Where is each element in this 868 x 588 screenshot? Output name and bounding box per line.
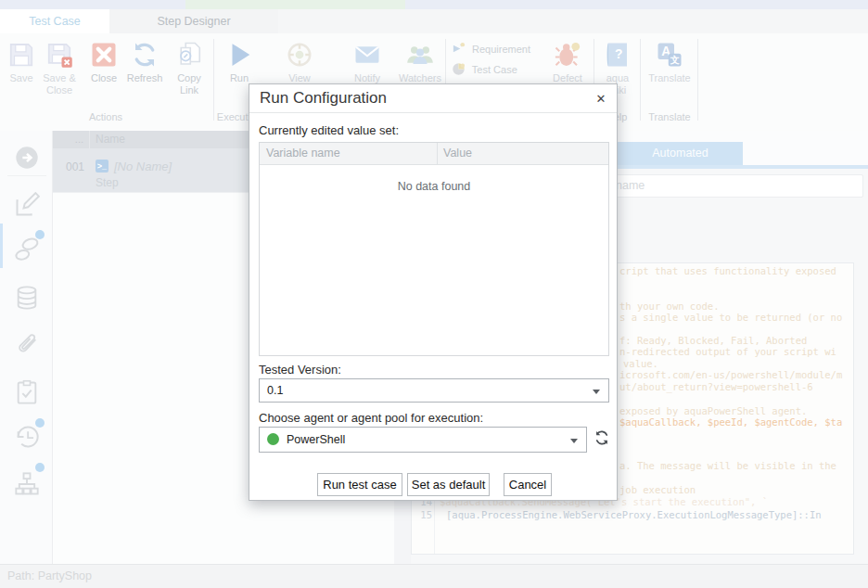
expand-sidebar-icon[interactable] xyxy=(14,145,40,171)
notify-button[interactable]: Notify xyxy=(341,41,393,84)
create-test-case-button[interactable]: Test Case xyxy=(452,62,544,78)
code-fragment: th your own code. xyxy=(619,300,719,312)
ribbon-tab-bar: Test Case Step Designer xyxy=(0,9,868,33)
checklist-icon[interactable] xyxy=(14,379,40,405)
dependencies-icon[interactable] xyxy=(14,471,40,497)
code-fragment: f: Ready, Blocked, Fail, Aborted xyxy=(619,335,807,346)
sidebar-divider xyxy=(7,175,46,176)
steps-icon[interactable] xyxy=(14,236,40,262)
refresh-agents-icon[interactable] xyxy=(594,429,610,446)
run-configuration-dialog: Run Configuration ✕ Currently edited val… xyxy=(249,83,618,501)
watchers-icon xyxy=(406,41,434,69)
run-icon xyxy=(225,41,253,69)
empty-table-message: No data found xyxy=(260,180,608,193)
code-fragment: job execution xyxy=(619,484,696,495)
status-bar: Path: PartyShop xyxy=(0,564,868,588)
column-header-value: Value xyxy=(443,147,472,160)
tab-test-case[interactable]: Test Case xyxy=(0,9,109,33)
code-fragment: s a single value to be returned (or no xyxy=(619,312,842,323)
copy-link-label: Copy xyxy=(163,72,215,84)
value-set-table: Variable name Value No data found xyxy=(259,142,609,356)
step-name-placeholder: name xyxy=(616,179,645,192)
code-fragment: value. xyxy=(623,358,658,369)
attachments-icon[interactable] xyxy=(14,332,40,358)
view-button[interactable]: View xyxy=(274,41,326,84)
powershell-step-icon: >_ xyxy=(96,160,108,173)
window-top-strip xyxy=(0,0,868,9)
agent-value: PowerShell xyxy=(287,433,345,446)
agent-select[interactable]: PowerShell xyxy=(259,427,587,453)
chevron-down-icon xyxy=(570,439,578,443)
svg-text:?: ? xyxy=(615,47,622,61)
agent-status-dot xyxy=(267,433,279,445)
save-and-close-icon xyxy=(45,41,73,69)
toolbar-separator xyxy=(697,39,698,121)
code-fragment: $aquaCallback, $peeId, $agentCode, $ta xyxy=(619,416,842,428)
translate-label: Translate xyxy=(644,72,696,84)
code-fragment: n-redirected output of your script wi xyxy=(619,346,836,357)
data-values-icon[interactable] xyxy=(14,285,40,311)
left-sidebar xyxy=(0,131,53,564)
dialog-title-bar: Run Configuration ✕ xyxy=(249,84,617,113)
run-button[interactable]: Run xyxy=(213,41,265,84)
column-header-name: Name xyxy=(96,131,125,148)
code-fragment: exposed by aquaPowerShell agent. xyxy=(619,405,807,416)
status-path: Path: PartyShop xyxy=(7,569,92,582)
cancel-button[interactable]: Cancel xyxy=(504,473,552,496)
create-test-case-label: Test Case xyxy=(472,64,517,75)
view-icon xyxy=(286,41,313,69)
column-divider xyxy=(437,143,438,165)
code-fragment: a. The message will be visible in the xyxy=(619,460,836,471)
defect-bug-icon xyxy=(554,41,581,69)
column-header-index: ... xyxy=(53,131,90,148)
tested-version-label: Tested Version: xyxy=(259,363,341,377)
close-icon xyxy=(90,41,118,69)
dialog-close-icon[interactable]: ✕ xyxy=(593,91,609,108)
copy-link-button[interactable]: Copy Link xyxy=(163,41,215,96)
edit-step-icon[interactable] xyxy=(14,192,40,218)
value-set-label: Currently edited value set: xyxy=(259,123,399,137)
requirement-icon xyxy=(452,42,466,56)
code-fragment: ut/about_return?view=powershell-6 xyxy=(619,381,813,392)
tab-step-designer[interactable]: Step Designer xyxy=(109,9,278,33)
step-type: Step xyxy=(96,176,119,189)
tested-version-value: 0.1 xyxy=(267,384,283,397)
create-requirement-button[interactable]: Requirement xyxy=(452,42,544,58)
code-fragment: icrosoft.com/en-us/powershell/module/m xyxy=(619,369,842,380)
test-case-icon xyxy=(452,62,466,76)
app-window: Test Case Step Designer Save Save & Clos… xyxy=(0,0,868,588)
run-test-case-button[interactable]: Run test case xyxy=(317,473,402,496)
copy-link-label2: Link xyxy=(163,84,215,96)
refresh-icon xyxy=(131,41,159,69)
group-label-translate: Translate xyxy=(642,111,697,122)
wiki-book-icon: ? xyxy=(605,41,631,69)
top-strip-green-segment xyxy=(185,0,405,9)
set-as-default-button[interactable]: Set as default xyxy=(407,473,490,496)
watchers-button[interactable]: Watchers xyxy=(394,41,446,84)
tab-automated[interactable]: Automated xyxy=(618,142,743,165)
step-number: 001 xyxy=(62,160,84,173)
tested-version-select[interactable]: 0.1 xyxy=(259,378,609,403)
step-name: [No Name] xyxy=(114,160,172,173)
defect-button[interactable]: Defect xyxy=(542,41,594,84)
history-icon[interactable] xyxy=(14,424,40,450)
line-number: 15 xyxy=(414,509,432,520)
svg-text:文: 文 xyxy=(670,55,680,65)
value-set-table-header: Variable name Value xyxy=(260,143,608,165)
chevron-down-icon xyxy=(593,390,600,394)
save-icon xyxy=(7,41,35,69)
notify-icon xyxy=(353,41,381,69)
save-and-close-label2: Close xyxy=(33,84,85,96)
copy-link-icon xyxy=(175,41,203,69)
group-label-actions: Actions xyxy=(78,111,134,122)
translate-button[interactable]: A文 Translate xyxy=(644,41,696,84)
agent-label: Choose agent or agent pool for execution… xyxy=(259,411,483,425)
toolbar-separator xyxy=(640,39,641,121)
column-header-variable-name: Variable name xyxy=(266,147,340,160)
create-requirement-label: Requirement xyxy=(472,44,530,55)
dialog-title: Run Configuration xyxy=(260,89,387,108)
sidebar-selected-indicator xyxy=(0,224,3,268)
code-line: [aqua.ProcessEngine.WebServiceProxy.Exec… xyxy=(446,509,822,520)
code-fragment: cript that uses functionality exposed xyxy=(619,265,836,276)
translate-icon: A文 xyxy=(656,41,683,69)
